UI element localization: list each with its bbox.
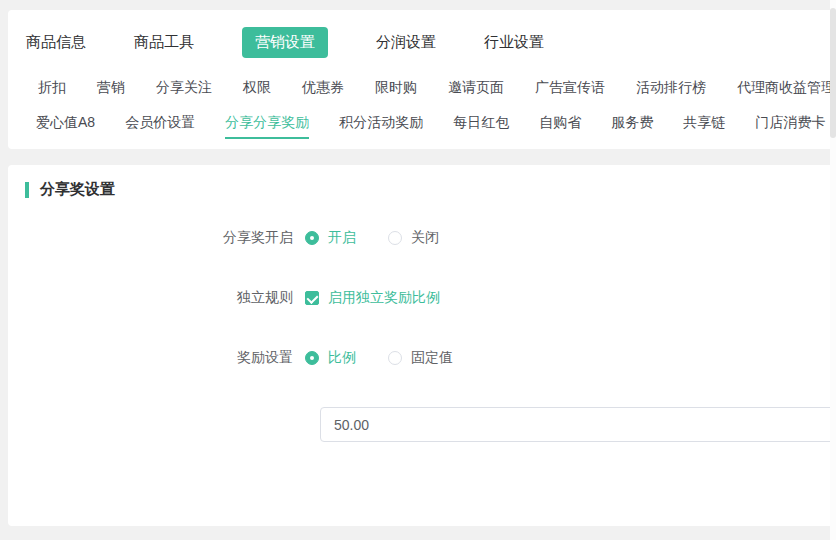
- top-tab-bar: 商品信息 商品工具 营销设置 分润设置 行业设置: [8, 27, 834, 57]
- subtab-daily-red-packet[interactable]: 每日红包: [453, 114, 509, 139]
- radio-option-fixed[interactable]: 固定值: [388, 349, 453, 367]
- form-row-independent-rule: 独立规则 启用独立奖励比例: [8, 287, 834, 309]
- subtab-self-purchase-save[interactable]: 自购省: [539, 114, 581, 139]
- subtab-agent-income[interactable]: 代理商收益管理: [737, 79, 835, 97]
- subtab-points-activity-reward[interactable]: 积分活动奖励: [339, 114, 423, 139]
- reward-value-input[interactable]: [320, 407, 834, 442]
- subtab-store-consume-card[interactable]: 门店消费卡: [755, 114, 825, 139]
- subtab-flash-sale[interactable]: 限时购: [375, 79, 417, 97]
- radio-off-label: 关闭: [411, 229, 439, 247]
- tab-product-info[interactable]: 商品信息: [26, 33, 86, 52]
- sub-tab-bar-row2: 爱心值A8 会员价设置 分享分享奖励 积分活动奖励 每日红包 自购省 服务费 共…: [8, 97, 834, 139]
- checkbox-label: 启用独立奖励比例: [328, 289, 440, 307]
- radio-on-label: 开启: [328, 229, 356, 247]
- subtab-permissions[interactable]: 权限: [243, 79, 271, 97]
- subtab-activity-ranking[interactable]: 活动排行榜: [636, 79, 706, 97]
- radio-on-icon[interactable]: [305, 231, 319, 245]
- subtab-marketing[interactable]: 营销: [97, 79, 125, 97]
- radio-ratio-icon[interactable]: [305, 351, 319, 365]
- section-accent-bar: [25, 182, 29, 198]
- tab-marketing-settings[interactable]: 营销设置: [242, 27, 328, 58]
- nav-card: 商品信息 商品工具 营销设置 分润设置 行业设置 折扣 营销 分享关注 权限 优…: [8, 10, 834, 149]
- section-title: 分享奖设置: [40, 180, 115, 199]
- radio-off-icon[interactable]: [388, 231, 402, 245]
- radio-fixed-icon[interactable]: [388, 351, 402, 365]
- subtab-shared-chain[interactable]: 共享链: [683, 114, 725, 139]
- section-header: 分享奖设置: [8, 180, 834, 199]
- subtab-share-follow[interactable]: 分享关注: [156, 79, 212, 97]
- checkbox-option-independent-rule[interactable]: 启用独立奖励比例: [305, 289, 440, 307]
- scrollbar-track[interactable]: [830, 0, 836, 540]
- subtab-service-fee[interactable]: 服务费: [611, 114, 653, 139]
- radio-option-ratio[interactable]: 比例: [305, 349, 356, 367]
- subtab-share-reward[interactable]: 分享分享奖励: [225, 114, 309, 139]
- share-toggle-label: 分享奖开启: [8, 229, 305, 247]
- sub-tab-bar-row1: 折扣 营销 分享关注 权限 优惠券 限时购 邀请页面 广告宣传语 活动排行榜 代…: [8, 57, 834, 97]
- form-row-share-toggle: 分享奖开启 开启 关闭: [8, 227, 834, 249]
- subtab-invite-page[interactable]: 邀请页面: [448, 79, 504, 97]
- independent-rule-label: 独立规则: [8, 289, 305, 307]
- share-reward-form: 分享奖开启 开启 关闭 独立规则 启用独立奖励比例 奖励设置 比例: [8, 227, 834, 442]
- tab-product-tools[interactable]: 商品工具: [134, 33, 194, 52]
- subtab-coupon[interactable]: 优惠券: [302, 79, 344, 97]
- radio-option-off[interactable]: 关闭: [388, 229, 439, 247]
- share-reward-settings-card: 分享奖设置 分享奖开启 开启 关闭 独立规则 启用独立奖励比例 奖励设置: [8, 165, 834, 526]
- checkbox-checked-icon[interactable]: [305, 291, 319, 305]
- radio-fixed-label: 固定值: [411, 349, 453, 367]
- subtab-member-price[interactable]: 会员价设置: [125, 114, 195, 139]
- tab-profit-settings[interactable]: 分润设置: [376, 33, 436, 52]
- radio-option-on[interactable]: 开启: [305, 229, 356, 247]
- scrollbar-thumb[interactable]: [830, 8, 836, 138]
- subtab-love-value-a8[interactable]: 爱心值A8: [36, 114, 95, 139]
- radio-ratio-label: 比例: [328, 349, 356, 367]
- reward-type-label: 奖励设置: [8, 349, 305, 367]
- subtab-discount[interactable]: 折扣: [38, 79, 66, 97]
- tab-industry-settings[interactable]: 行业设置: [484, 33, 544, 52]
- reward-value-row: [320, 407, 834, 442]
- subtab-ad-slogan[interactable]: 广告宣传语: [535, 79, 605, 97]
- form-row-reward-type: 奖励设置 比例 固定值: [8, 347, 834, 369]
